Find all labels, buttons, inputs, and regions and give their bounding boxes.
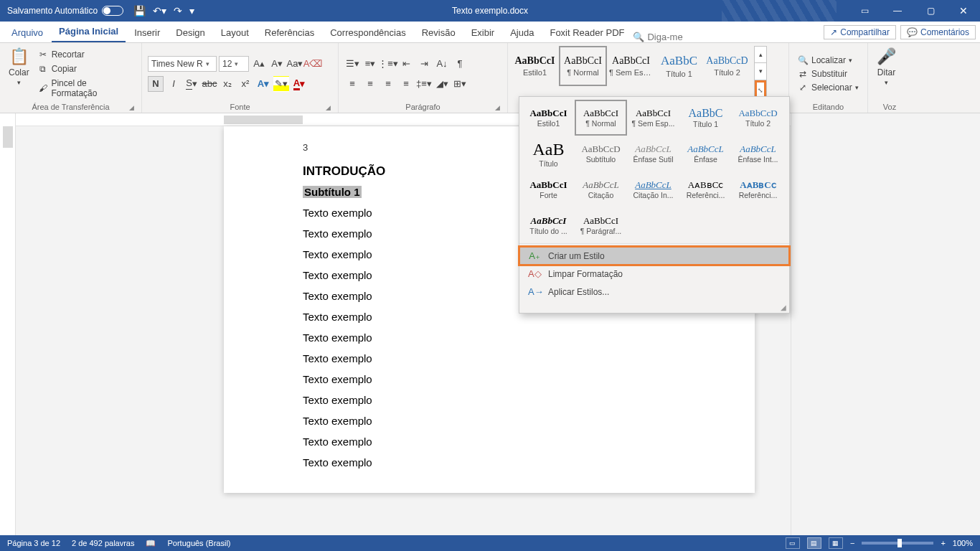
zoom-value[interactable]: 100% [953,539,973,547]
qat-more-icon[interactable]: ▾ [189,5,194,17]
resize-grip-icon[interactable]: ◢ [519,303,789,313]
create-style-item[interactable]: A₊ Criar um Estilo [519,247,789,265]
underline-icon[interactable]: S▾ [184,76,199,92]
style-box[interactable]: AaBbCcIEstilo1 [511,46,559,86]
grow-font-icon[interactable]: A▴ [251,56,267,72]
format-painter-button[interactable]: 🖌Pincel de Formatação [35,77,136,99]
style-option[interactable]: AaBbCcIForte [522,171,575,207]
print-layout-icon[interactable]: ▤ [807,537,821,549]
text-effects-icon[interactable]: A▾ [255,76,271,92]
clear-format-item[interactable]: A◇ Limpar Formatação [519,265,789,283]
body-line[interactable]: Texto exemplo [303,394,676,406]
styles-scroll-up-icon[interactable]: ▴ [755,47,766,63]
tab-foxit[interactable]: Foxit Reader PDF [542,24,631,42]
page-status[interactable]: Página 3 de 12 [7,539,60,547]
language-status[interactable]: Português (Brasil) [167,539,230,547]
read-mode-icon[interactable]: ▭ [786,537,800,549]
dialog-launcher-icon[interactable]: ◢ [326,104,331,111]
body-line[interactable]: Texto exemplo [303,331,676,344]
sort-icon[interactable]: A↓ [434,56,450,72]
body-line[interactable]: Texto exemplo [303,373,676,385]
tab-layout[interactable]: Layout [214,24,256,42]
tab-file[interactable]: Arquivo [4,24,50,42]
close-icon[interactable]: ✕ [947,0,980,22]
style-option[interactable]: AaBbCTítulo 1 [679,100,732,136]
paste-button[interactable]: 📋 Colar ▾ [6,46,32,101]
style-option[interactable]: AaBbCcDSubtítulo [575,136,627,171]
web-layout-icon[interactable]: ▦ [829,537,843,549]
align-left-icon[interactable]: ≡ [344,76,360,92]
body-line[interactable]: Texto exemplo [303,415,676,427]
style-box[interactable]: AaBbCcI¶ Sem Esp... [607,46,655,86]
align-center-icon[interactable]: ≡ [362,76,378,92]
ribbon-options-icon[interactable]: ▭ [848,0,881,22]
change-case-icon[interactable]: Aa▾ [287,56,303,72]
zoom-in-icon[interactable]: + [941,539,945,547]
align-right-icon[interactable]: ≡ [380,76,396,92]
increase-indent-icon[interactable]: ⇥ [416,56,432,72]
share-button[interactable]: ↗ Compartilhar [824,25,896,39]
style-box[interactable]: AaBbCTítulo 1 [655,46,703,86]
autosave-toggle[interactable]: Salvamento Automático [7,6,123,16]
tab-mailings[interactable]: Correspondências [323,24,413,42]
style-option[interactable]: AaBbCcI¶ Sem Esp... [627,100,679,136]
clear-format-icon[interactable]: A⌫ [305,56,321,72]
line-spacing-icon[interactable]: ‡≡▾ [416,76,432,92]
styles-gallery[interactable]: AaBbCcIEstilo1AaBbCcI¶ NormalAaBbCcI¶ Se… [511,46,751,101]
superscript-icon[interactable]: x² [237,76,253,92]
style-option[interactable]: AaBbCcDTítulo 2 [732,100,784,136]
zoom-slider[interactable] [862,542,933,545]
tab-insert[interactable]: Inserir [127,24,167,42]
show-marks-icon[interactable]: ¶ [452,56,468,72]
style-option[interactable]: AaBbCcLÊnfase [679,136,732,171]
select-button[interactable]: ⤢Selecionar▾ [795,82,861,93]
body-line[interactable]: Texto exemplo [303,435,676,448]
style-option[interactable]: AaBbCcLÊnfase Sutil [627,136,679,171]
style-option[interactable]: AaBbCcIEstilo1 [522,100,575,136]
replace-button[interactable]: ⇄Substituir [795,68,861,80]
borders-icon[interactable]: ⊞▾ [452,76,468,92]
bold-icon[interactable]: N [148,76,164,92]
strike-icon[interactable]: abc [202,76,217,92]
comments-button[interactable]: 💬 Comentários [900,25,976,39]
style-option[interactable]: AaBbCcI¶ Normal [575,100,627,136]
style-option[interactable]: AaBbCcLÊnfase Int... [732,136,784,171]
tab-design[interactable]: Design [169,24,212,42]
shrink-font-icon[interactable]: A▾ [269,56,285,72]
cut-button[interactable]: ✂Recortar [35,49,136,60]
redo-icon[interactable]: ↷ [174,5,182,17]
style-option[interactable]: AaBbCcI¶ Parágraf... [575,207,627,243]
minimize-icon[interactable]: — [881,0,914,22]
dictate-button[interactable]: 🎤 Ditar ▾ [874,46,899,101]
italic-icon[interactable]: I [166,76,182,92]
zoom-out-icon[interactable]: − [850,539,854,547]
maximize-icon[interactable]: ▢ [914,0,947,22]
tab-references[interactable]: Referências [258,24,321,42]
style-option[interactable]: AaBbCcITítulo do ... [522,207,575,243]
apply-styles-item[interactable]: A→ Aplicar Estilos... [519,283,789,301]
find-button[interactable]: 🔍Localizar▾ [795,55,861,66]
body-line[interactable]: Texto exemplo [303,456,676,468]
font-size-combo[interactable]: 12▾ [219,56,249,72]
dialog-launcher-icon[interactable]: ◢ [129,104,134,111]
selected-subtitle[interactable]: Subtítulo 1 [303,186,362,198]
highlight-icon[interactable]: ✎▾ [273,76,289,92]
style-option[interactable]: AaBbCcLCitação In... [627,171,679,207]
tab-review[interactable]: Revisão [415,24,463,42]
styles-scroll-down-icon[interactable]: ▾ [755,63,766,80]
word-count[interactable]: 2 de 492 palavras [72,539,134,547]
style-option[interactable]: AᴀBʙCᴄReferênci... [679,171,732,207]
numbering-icon[interactable]: ≡▾ [362,56,378,72]
shading-icon[interactable]: ◢▾ [434,76,450,92]
tab-help[interactable]: Ajuda [503,24,541,42]
tab-home[interactable]: Página Inicial [52,23,126,42]
style-option[interactable]: AaBbCcLCitação [575,171,627,207]
multilevel-icon[interactable]: ⋮≡▾ [380,56,396,72]
undo-icon[interactable]: ↶▾ [153,5,166,17]
bullets-icon[interactable]: ☰▾ [344,56,360,72]
style-box[interactable]: AaBbCcI¶ Normal [559,46,607,86]
font-color-icon[interactable]: A▾ [291,76,307,92]
style-box[interactable]: AaBbCcDTítulo 2 [703,46,751,86]
dialog-launcher-icon[interactable]: ◢ [495,104,500,111]
tab-view[interactable]: Exibir [464,24,502,42]
